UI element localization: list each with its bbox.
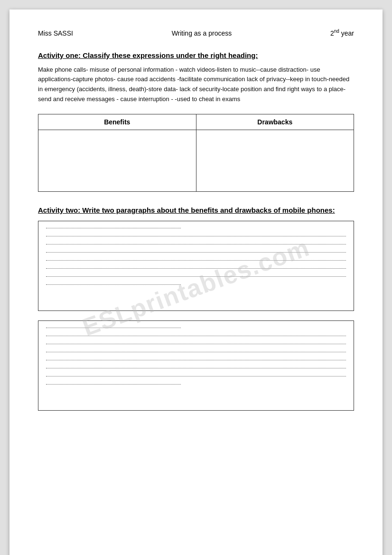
- activity-one-section: Activity one: Classify these expressions…: [38, 51, 354, 104]
- header-title: Writing as a process: [172, 29, 232, 37]
- table-row: [38, 130, 354, 191]
- header-year: 2nd year: [330, 28, 354, 37]
- expressions-text: Make phone calls- misuse of personal inf…: [38, 65, 354, 104]
- activity-two-section: Activity two: Write two paragraphs about…: [38, 206, 354, 411]
- page: Miss SASSI Writing as a process 2nd year…: [9, 9, 383, 555]
- header-author: Miss SASSI: [38, 29, 73, 37]
- drawbacks-header: Drawbacks: [196, 114, 354, 130]
- dotted-line-2-3: [46, 352, 346, 352]
- dotted-line-2-6: [46, 376, 346, 376]
- benefits-header: Benefits: [38, 114, 196, 130]
- writing-box-2: [38, 320, 354, 411]
- dotted-line-2-1: [46, 336, 346, 336]
- dotted-line-2-4: [46, 360, 346, 360]
- year-number: 2: [330, 29, 334, 37]
- activity-two-heading: Activity two: Write two paragraphs about…: [38, 206, 354, 214]
- dotted-line-1-6: [46, 276, 346, 277]
- dotted-line-2-2: [46, 344, 346, 344]
- dotted-line-short-2: [46, 328, 181, 328]
- benefits-cell: [38, 130, 196, 191]
- year-suffix: year: [339, 29, 354, 37]
- dotted-line-short-1: [46, 228, 181, 228]
- dotted-line-1-2: [46, 244, 346, 245]
- dotted-line-1-5: [46, 268, 346, 269]
- activity-one-heading: Activity one: Classify these expressions…: [38, 51, 354, 59]
- dotted-line-1-1: [46, 236, 346, 236]
- writing-box-1: [38, 221, 354, 311]
- header: Miss SASSI Writing as a process 2nd year: [38, 28, 354, 37]
- dotted-line-short-1b: [46, 284, 181, 285]
- year-sup: nd: [334, 28, 339, 34]
- dotted-line-short-2b: [46, 384, 181, 385]
- classify-table: Benefits Drawbacks: [38, 114, 354, 192]
- drawbacks-cell: [196, 130, 354, 191]
- dotted-line-1-3: [46, 252, 346, 253]
- dotted-line-1-4: [46, 260, 346, 261]
- dotted-line-2-5: [46, 368, 346, 368]
